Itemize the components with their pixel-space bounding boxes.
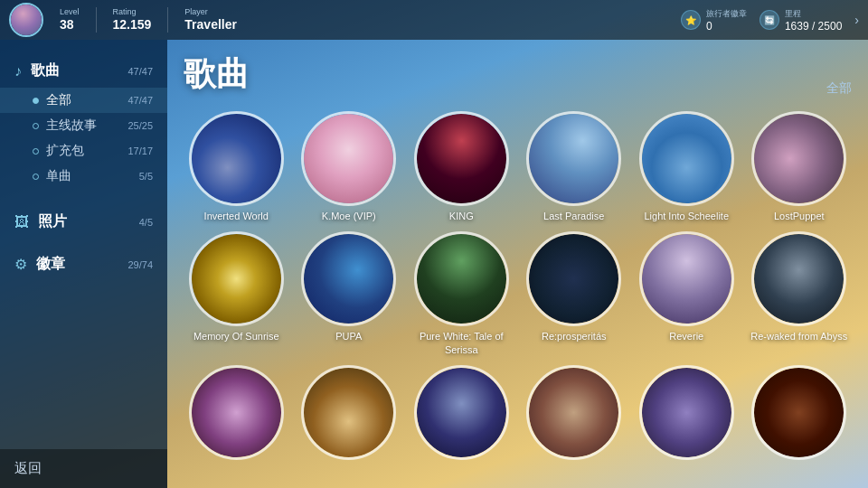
songs-grid: Inverted WorldK.Moe (VIP)KINGLast Paradi…: [184, 111, 852, 464]
song-artwork: [751, 365, 846, 460]
dot-icon: [33, 174, 39, 180]
player-stat: Player Traveller: [184, 7, 237, 33]
filter-button[interactable]: 全部: [826, 80, 852, 97]
photos-section: 🖼 照片 4/5: [0, 205, 167, 239]
song-name: Inverted World: [204, 210, 269, 222]
song-art-inner: [642, 114, 731, 203]
main-content: 歌曲 全部 Inverted WorldK.Moe (VIP)KINGLast …: [167, 40, 868, 488]
song-name: Light Into Scheelite: [644, 210, 729, 222]
song-item[interactable]: Light Into Scheelite: [634, 111, 740, 222]
song-art-inner: [642, 234, 731, 324]
sidebar-item-photos[interactable]: 🖼 照片 4/5: [0, 205, 167, 239]
music-icon: ♪: [14, 63, 22, 80]
song-artwork: [414, 365, 509, 460]
song-artwork: [189, 231, 284, 326]
song-item[interactable]: Inverted World: [184, 111, 289, 222]
dot-icon: [33, 98, 39, 104]
song-item[interactable]: [522, 365, 627, 464]
song-artwork: [751, 231, 846, 326]
topbar-arrow[interactable]: ›: [854, 13, 859, 27]
sidebar-sub-item[interactable]: 单曲 5/5: [0, 164, 167, 189]
song-item[interactable]: Re-waked from Abyss: [747, 231, 853, 356]
sidebar-item-badges[interactable]: ⚙ 徽章 29/74: [0, 248, 167, 281]
level-label: Level: [60, 7, 80, 17]
song-name: Re:prosperitás: [542, 330, 607, 343]
badges-section: ⚙ 徽章 29/74: [0, 248, 167, 281]
song-item[interactable]: [409, 365, 514, 464]
rating-value: 12.159: [113, 17, 152, 33]
songs-sub-items: 全部 47/47 主线故事 25/25 扩充包 17/17 单曲 5/5: [0, 88, 167, 189]
song-art-inner: [304, 114, 393, 203]
level-stat: Level 38: [60, 7, 80, 33]
song-item[interactable]: Last Paradise: [522, 111, 627, 222]
photos-count: 4/5: [139, 217, 153, 228]
song-artwork: [189, 111, 284, 206]
song-art-inner: [529, 234, 618, 324]
song-art-inner: [529, 114, 618, 203]
topbar: Level 38 Rating 12.159 Player Traveller …: [0, 0, 868, 40]
badge1-label: 旅行者徽章: [706, 8, 747, 20]
song-item[interactable]: LostPuppet: [747, 111, 853, 222]
level-value: 38: [60, 17, 80, 33]
main-header: 歌曲 全部: [184, 52, 852, 97]
back-button[interactable]: 返回: [0, 449, 167, 488]
song-name: PUPA: [335, 330, 362, 343]
song-item[interactable]: K.Moe (VIP): [297, 111, 402, 222]
song-item[interactable]: [747, 365, 853, 464]
song-artwork: [301, 231, 396, 326]
song-art-inner: [754, 368, 844, 457]
badges-count: 29/74: [127, 259, 153, 270]
badges-label: 徽章: [36, 255, 118, 274]
song-art-inner: [642, 368, 731, 457]
song-name: Pure White: Tale of Serissa: [411, 330, 511, 356]
songs-label: 歌曲: [31, 61, 118, 80]
badge2-label: 里程: [785, 8, 842, 20]
sidebar-item-songs[interactable]: ♪ 歌曲 47/47: [0, 54, 167, 88]
song-artwork: [639, 231, 734, 326]
song-artwork: [751, 111, 846, 206]
song-artwork: [526, 365, 621, 460]
song-item[interactable]: Memory Of Sunrise: [184, 231, 289, 356]
photos-label: 照片: [38, 212, 130, 231]
song-art-inner: [417, 114, 506, 203]
song-item[interactable]: Reverie: [634, 231, 740, 356]
avatar[interactable]: [9, 3, 43, 37]
song-name: Last Paradise: [543, 210, 604, 222]
sub-label: 单曲: [46, 168, 132, 184]
sidebar-sub-item[interactable]: 全部 47/47: [0, 88, 167, 113]
song-name: LostPuppet: [774, 210, 825, 222]
sub-label: 全部: [46, 92, 120, 108]
player-label: Player: [184, 7, 237, 17]
sidebar-sub-item[interactable]: 主线故事 25/25: [0, 113, 167, 138]
song-artwork: [526, 231, 621, 326]
song-item[interactable]: [184, 365, 289, 464]
song-art-inner: [754, 114, 844, 203]
song-art-inner: [417, 368, 506, 457]
song-artwork: [639, 111, 734, 206]
song-name: K.Moe (VIP): [322, 210, 376, 222]
sub-count: 47/47: [127, 95, 153, 106]
song-art-inner: [192, 114, 281, 203]
song-item[interactable]: Pure White: Tale of Serissa: [409, 231, 514, 356]
sub-label: 主线故事: [46, 117, 120, 134]
topbar-right: ⭐ 旅行者徽章 0 🔄 里程 1639 / 2500 ›: [681, 8, 859, 33]
divider: [96, 7, 97, 33]
song-item[interactable]: [297, 365, 402, 464]
badge1-value: 0: [706, 20, 747, 33]
song-item[interactable]: PUPA: [297, 231, 402, 356]
sub-count: 5/5: [139, 171, 153, 182]
sidebar-sub-item[interactable]: 扩充包 17/17: [0, 138, 167, 164]
rating-stat: Rating 12.159: [113, 7, 152, 33]
song-art-inner: [754, 234, 844, 324]
song-item[interactable]: KING: [409, 111, 514, 222]
song-item[interactable]: [634, 365, 740, 464]
traveller-badge: ⭐ 旅行者徽章 0: [681, 8, 747, 33]
badges-icon: ⚙: [14, 256, 27, 273]
dot-icon: [33, 148, 39, 155]
divider2: [167, 7, 168, 33]
song-name: KING: [449, 210, 474, 222]
song-artwork: [189, 365, 284, 460]
sub-label: 扩充包: [46, 143, 120, 159]
photos-icon: 🖼: [14, 214, 29, 230]
song-item[interactable]: Re:prosperitás: [522, 231, 627, 356]
